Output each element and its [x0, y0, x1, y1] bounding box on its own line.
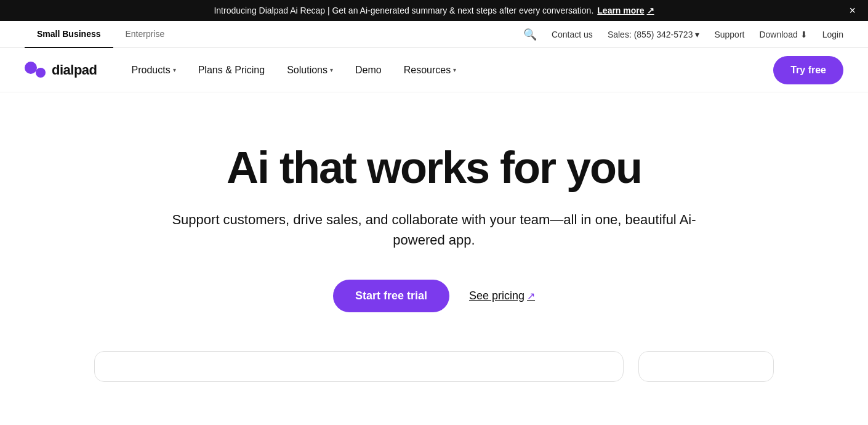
hero-section: Ai that works for you Support customers,… — [0, 92, 868, 351]
hero-subtitle: Support customers, drive sales, and coll… — [169, 209, 699, 250]
logo-icon — [25, 62, 47, 79]
hero-title: Ai that works for you — [227, 144, 641, 192]
hero-actions: Start free trial See pricing ↗ — [333, 280, 535, 312]
card-left — [94, 351, 624, 382]
try-free-button[interactable]: Try free — [773, 56, 843, 84]
announcement-learn-more-link[interactable]: Learn more ↗ — [597, 6, 654, 15]
logo[interactable]: dialpad — [25, 62, 97, 79]
announcement-arrow-icon: ↗ — [647, 6, 654, 15]
svg-point-1 — [36, 68, 46, 78]
top-nav-right: 🔍 Contact us Sales: (855) 342-5723 ▾ Sup… — [523, 28, 843, 41]
announcement-message: Introducing Dialpad Ai Recap | Get an Ai… — [214, 6, 593, 15]
login-link[interactable]: Login — [822, 30, 843, 39]
contact-us-link[interactable]: Contact us — [552, 30, 593, 39]
top-nav-tabs: Small Business Enterprise — [25, 21, 177, 48]
see-pricing-link[interactable]: See pricing ↗ — [469, 289, 535, 302]
main-nav-items: Products ▾ Plans & Pricing Solutions ▾ D… — [122, 60, 774, 81]
nav-products[interactable]: Products ▾ — [122, 60, 186, 81]
products-chevron-icon: ▾ — [173, 67, 176, 73]
sales-chevron-icon: ▾ — [695, 30, 699, 39]
announcement-bar: Introducing Dialpad Ai Recap | Get an Ai… — [0, 0, 868, 21]
sales-phone[interactable]: Sales: (855) 342-5723 ▾ — [608, 30, 700, 39]
logo-text: dialpad — [52, 62, 97, 78]
tab-enterprise[interactable]: Enterprise — [113, 21, 177, 48]
search-icon[interactable]: 🔍 — [523, 28, 537, 41]
see-pricing-arrow-icon: ↗ — [527, 290, 535, 302]
tab-small-business[interactable]: Small Business — [25, 21, 113, 48]
nav-solutions[interactable]: Solutions ▾ — [277, 60, 343, 81]
announcement-close-button[interactable]: × — [849, 5, 856, 16]
solutions-chevron-icon: ▾ — [330, 67, 333, 73]
card-right — [638, 351, 774, 382]
top-nav: Small Business Enterprise 🔍 Contact us S… — [0, 21, 868, 48]
main-nav: dialpad Products ▾ Plans & Pricing Solut… — [0, 48, 868, 92]
nav-demo[interactable]: Demo — [345, 60, 392, 81]
svg-point-0 — [25, 62, 37, 74]
download-icon: ⬇ — [800, 30, 808, 39]
download-link[interactable]: Download ⬇ — [759, 30, 807, 39]
start-free-trial-button[interactable]: Start free trial — [333, 280, 449, 312]
announcement-text: Introducing Dialpad Ai Recap | Get an Ai… — [214, 6, 654, 15]
resources-chevron-icon: ▾ — [453, 67, 456, 73]
nav-resources[interactable]: Resources ▾ — [394, 60, 466, 81]
support-link[interactable]: Support — [714, 30, 744, 39]
nav-plans-pricing[interactable]: Plans & Pricing — [188, 60, 275, 81]
cards-row — [0, 351, 868, 382]
